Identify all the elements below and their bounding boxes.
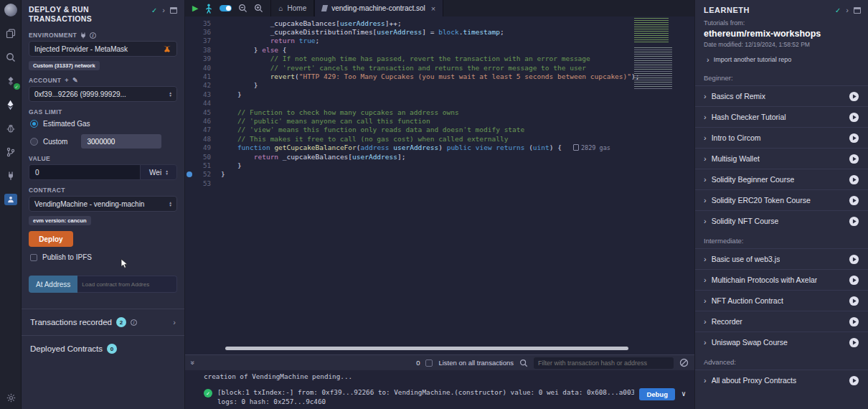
code-line[interactable]: 48 // This makes it free to call (no gas… [185,134,694,143]
environment-select[interactable]: Injected Provider - MetaMask [29,41,177,57]
code-line[interactable]: 51 } [185,161,694,169]
play-circle-icon[interactable] [849,337,859,348]
tutorial-item[interactable]: ›Basic use of web3.js [695,248,868,269]
minimap[interactable] [634,18,674,93]
at-address-input[interactable] [77,276,177,293]
panel-popout-icon[interactable] [170,7,177,14]
debugger-button[interactable] [3,121,19,136]
play-circle-icon[interactable] [849,154,859,164]
transactions-expand-icon[interactable]: › [173,318,176,326]
play-circle-icon[interactable] [849,133,859,144]
clear-console-icon[interactable] [679,358,689,367]
panel-collapse-icon[interactable]: › [162,6,165,14]
tutorial-item[interactable]: ›Uniswap Swap Course [695,332,868,352]
code-line[interactable]: 36 _cupcakeDistributionTimes[userAddress… [185,27,694,36]
play-circle-icon[interactable] [849,316,859,327]
terminal-filter-input[interactable] [534,357,674,369]
deploy-run-button[interactable] [3,98,19,112]
estimated-gas-radio[interactable] [30,120,38,128]
value-unit-select[interactable]: Wei ▴▾ [140,164,177,180]
git-button[interactable] [3,145,19,159]
import-tutorial-link[interactable]: › Import another tutorial repo [707,55,859,64]
play-circle-icon[interactable] [849,375,859,386]
code-line[interactable]: 45 // Function to check how many cupcake… [185,108,694,116]
debug-button[interactable]: Debug [639,388,675,400]
remix-logo[interactable] [3,3,19,17]
transaction-log-row[interactable]: ✓ [block:1 txIndex:-] from: 0xf39...9226… [204,388,689,406]
environment-info-icon[interactable]: i [90,32,96,39]
solidity-compiler-button[interactable]: ✓ [3,74,19,88]
value-input[interactable] [29,164,140,180]
terminal-output[interactable]: creation of VendingMachine pending... ✓ … [185,370,694,409]
plugin-manager-button[interactable] [3,169,19,183]
tutorial-item[interactable]: ›Solidity Beginner Course [695,169,868,189]
zoom-in-icon[interactable] [254,4,263,13]
tab-close-icon[interactable]: × [431,4,435,13]
tutorial-item[interactable]: ›Solidity NFT Course [695,210,868,231]
tutorial-item[interactable]: ›Intro to Circom [695,127,868,148]
at-address-button[interactable]: At Address [29,276,77,293]
contract-select[interactable]: VendingMachine - vending-machin ▴▾ [29,196,177,212]
code-line[interactable]: 42 } [185,81,694,90]
learneth-plugin-button[interactable] [3,192,19,207]
custom-gas-radio[interactable] [30,138,38,146]
play-circle-icon[interactable] [849,275,859,286]
zoom-out-icon[interactable] [238,4,247,13]
code-line[interactable]: 35 _cupcakeBalances[userAddress]++; [185,19,694,27]
tutorial-item[interactable]: ›Basics of Remix [695,85,868,106]
code-line[interactable]: 43 } [185,90,694,98]
tab-contract-file[interactable]: vending-machine-contract.sol × [314,0,443,17]
deploy-button[interactable]: Deploy [29,231,73,247]
play-circle-icon[interactable] [849,195,859,206]
accessibility-icon[interactable] [204,4,213,14]
learneth-popout-icon[interactable] [854,7,861,14]
terminal-expand-icon[interactable]: » [189,361,197,365]
play-circle-icon[interactable] [849,296,859,306]
code-line[interactable]: 38 } else { [185,45,694,54]
tutorial-item[interactable]: ›Recorder [695,311,868,332]
code-line[interactable]: 44 [185,99,694,108]
code-line[interactable]: 50 return _cupcakeBalances[userAddress]; [185,152,694,161]
tab-home[interactable]: ⌂ Home [270,0,314,17]
play-circle-icon[interactable] [849,174,859,185]
custom-gas-input[interactable] [81,134,161,149]
breakpoint-dot[interactable] [187,171,192,177]
plug-icon[interactable] [80,32,86,39]
code-line[interactable]: 49 function getCupcakeBalanceFor(address… [185,143,694,151]
account-select[interactable]: 0xf39...92266 (9999.99929... ▴▾ [29,86,177,102]
add-account-icon[interactable]: + [65,77,69,84]
tutorial-item[interactable]: ›Multisig Wallet [695,148,868,169]
deployed-contracts-row[interactable]: Deployed Contracts 0 [22,335,184,362]
code-editor[interactable]: 35 _cupcakeBalances[userAddress]++;36 _c… [185,17,694,354]
play-circle-icon[interactable] [849,216,859,227]
code-line[interactable]: 40 // 'revert' cancels the transaction a… [185,63,694,72]
learneth-collapse-icon[interactable]: › [846,6,849,14]
horizontal-scrollbar[interactable] [225,347,628,350]
tutorial-item[interactable]: ›Hash Checker Tutorial [695,106,868,127]
settings-button[interactable] [3,390,19,405]
code-line[interactable]: 47 // 'view' means this function only re… [185,126,694,134]
code-line[interactable]: 37 return true; [185,37,694,45]
tutorial-item[interactable]: ›Multichain Protocols with Axelar [695,269,868,290]
tutorial-item[interactable]: ›NFT Auction Contract [695,290,868,311]
run-script-icon[interactable]: ▶ [192,4,198,13]
search-button[interactable] [3,50,19,65]
publish-ipfs-checkbox[interactable] [30,254,37,261]
file-explorer-button[interactable] [3,27,19,41]
code-line[interactable]: 52} [185,170,694,179]
editor-toggle-switch[interactable] [220,5,232,11]
listen-all-checkbox[interactable] [425,359,433,367]
code-line[interactable]: 53 [185,179,694,187]
play-circle-icon[interactable] [849,112,859,123]
transactions-recorded-row[interactable]: Transactions recorded 2 i › [22,309,184,335]
transactions-info-icon[interactable]: i [131,319,137,326]
sign-message-icon[interactable]: ✎ [72,77,78,84]
tutorial-item[interactable]: ›All about Proxy Contracts [695,370,868,390]
play-circle-icon[interactable] [849,91,859,102]
code-line[interactable]: 41 revert("HTTP 429: Too Many Cupcakes (… [185,72,694,80]
code-line[interactable]: 39 // If not enough time has passed, rev… [185,55,694,63]
code-line[interactable]: 46 // 'public' means anyone can call thi… [185,116,694,125]
play-circle-icon[interactable] [849,254,859,265]
tutorial-item[interactable]: ›Solidity ERC20 Token Course [695,189,868,210]
tx-expand-icon[interactable]: ∨ [681,390,686,398]
